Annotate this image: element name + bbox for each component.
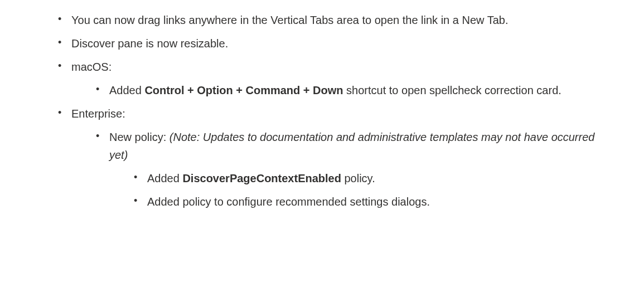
sublist: New policy: (Note: Updates to documentat… <box>94 128 611 211</box>
item-bold: DiscoverPageContextEnabled <box>182 172 341 184</box>
release-notes-list: You can now drag links anywhere in the V… <box>56 11 611 211</box>
item-prefix: New policy: <box>109 131 170 143</box>
item-suffix: shortcut to open spellcheck correction c… <box>343 84 561 96</box>
item-prefix: Added <box>147 172 182 184</box>
list-item: Discover pane is now resizable. <box>56 35 611 52</box>
list-item: New policy: (Note: Updates to documentat… <box>94 128 611 211</box>
item-bold: Control + Option + Command + Down <box>144 84 343 96</box>
item-label: macOS: <box>71 61 112 73</box>
item-text: Added policy to configure recommended se… <box>147 196 430 208</box>
list-item: You can now drag links anywhere in the V… <box>56 11 611 29</box>
list-item: Added Control + Option + Command + Down … <box>94 81 611 99</box>
list-item: Added policy to configure recommended se… <box>132 193 611 211</box>
list-item: Enterprise: New policy: (Note: Updates t… <box>56 105 611 211</box>
item-text: You can now drag links anywhere in the V… <box>71 14 508 26</box>
item-italic: (Note: Updates to documentation and admi… <box>109 131 594 161</box>
list-item: Added DiscoverPageContextEnabled policy. <box>132 169 611 187</box>
sublist: Added DiscoverPageContextEnabled policy.… <box>132 169 611 211</box>
item-suffix: policy. <box>341 172 375 184</box>
item-label: Enterprise: <box>71 108 125 120</box>
sublist: Added Control + Option + Command + Down … <box>94 81 611 99</box>
item-text: Discover pane is now resizable. <box>71 37 228 50</box>
item-prefix: Added <box>109 84 144 96</box>
list-item: macOS: Added Control + Option + Command … <box>56 58 611 99</box>
